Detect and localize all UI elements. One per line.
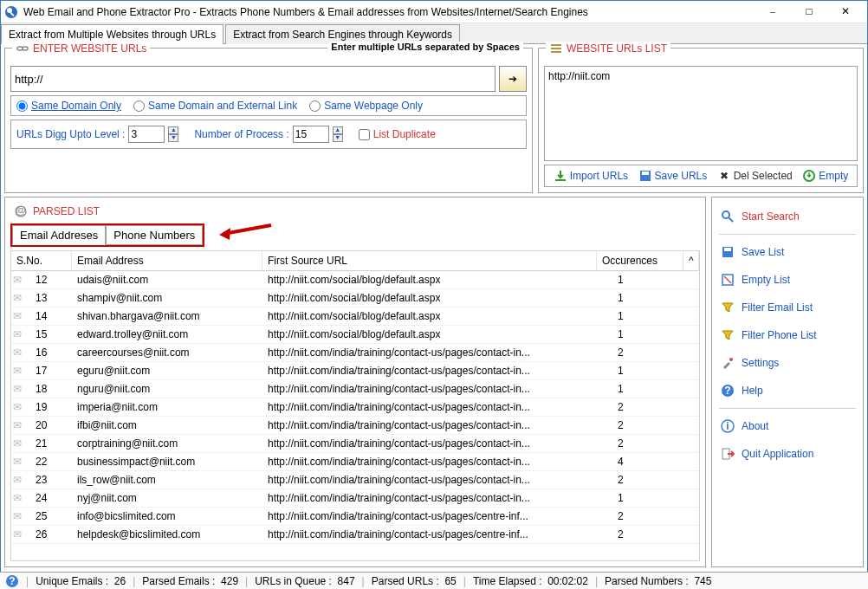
titlebar: Web Email and Phone Extractor Pro - Extr…	[1, 1, 867, 23]
cell-sno: 24	[30, 490, 72, 506]
table-header: S.No. Email Address First Source URL Occ…	[11, 251, 699, 271]
delete-icon: ✖	[717, 169, 731, 183]
mail-icon: ✉	[11, 290, 30, 306]
del-selected-button[interactable]: ✖Del Selected	[717, 169, 793, 183]
maximize-button[interactable]: □	[791, 1, 827, 23]
table-row[interactable]: ✉26helpdesk@bicslimited.comhttp://niit.c…	[11, 526, 699, 544]
url-input[interactable]	[10, 66, 496, 92]
cell-email: businessimpact@niit.com	[72, 454, 262, 469]
empty-button[interactable]: Empty	[802, 169, 848, 183]
table-row[interactable]: ✉21corptraining@niit.comhttp://niit.com/…	[11, 435, 699, 453]
digg-level-input[interactable]	[128, 126, 165, 143]
proc-spinner[interactable]: ▲▼	[333, 126, 343, 142]
cell-url: http://niit.com/india/training/contact-u…	[262, 363, 612, 379]
mail-icon: ✉	[11, 345, 30, 360]
table-row[interactable]: ✉14shivan.bhargava@niit.comhttp://niit.c…	[11, 307, 699, 326]
crawl-options: URLs Digg Upto Level : ▲▼ Number of Proc…	[10, 120, 527, 149]
status-help-icon[interactable]: ?	[5, 574, 19, 588]
svg-text:?: ?	[724, 385, 730, 397]
help-button[interactable]: ?Help	[719, 380, 856, 401]
close-button[interactable]: ✕	[827, 1, 864, 23]
table-body[interactable]: ✉12udais@niit.comhttp://niit.com/social/…	[11, 271, 699, 560]
cell-email: ils_row@niit.com	[72, 472, 262, 488]
results-table: S.No. Email Address First Source URL Occ…	[10, 250, 700, 561]
cell-email: shampiv@niit.com	[72, 290, 262, 306]
settings-button[interactable]: Settings	[719, 353, 856, 373]
start-search-button[interactable]: Start Search	[719, 206, 856, 227]
table-row[interactable]: ✉17eguru@niit.comhttp://niit.com/india/t…	[11, 362, 699, 380]
domain-options: Same Domain Only Same Domain and Externa…	[10, 95, 527, 116]
col-url[interactable]: First Source URL	[262, 251, 597, 270]
svg-rect-8	[555, 179, 566, 181]
cell-occurences: 1	[612, 327, 699, 342]
save-urls-button[interactable]: Save URLs	[638, 169, 708, 183]
table-row[interactable]: ✉12udais@niit.comhttp://niit.com/social/…	[11, 271, 699, 289]
cell-occurences: 2	[612, 399, 699, 415]
cell-email: corptraining@niit.com	[72, 436, 262, 451]
arrow-right-icon: ➔	[508, 73, 517, 85]
empty-icon	[802, 169, 816, 183]
cell-email: helpdesk@bicslimited.com	[72, 527, 262, 542]
digg-spinner[interactable]: ▲▼	[168, 126, 178, 142]
import-icon	[554, 169, 567, 183]
empty-list-button[interactable]: Empty List	[719, 269, 856, 290]
radio-same-domain[interactable]: Same Domain Only	[16, 100, 121, 112]
table-row[interactable]: ✉13shampiv@niit.comhttp://niit.com/socia…	[11, 289, 699, 307]
cell-occurences: 1	[612, 490, 699, 506]
mail-icon: ✉	[11, 454, 30, 469]
cell-email: eguru@niit.com	[72, 363, 262, 379]
urls-list-title: WEBSITE URLs LIST	[546, 42, 670, 55]
info-icon: i	[721, 419, 735, 433]
status-unique-emails: Unique Emails : 26	[36, 575, 126, 587]
minimize-button[interactable]: –	[755, 1, 791, 23]
filter-email-button[interactable]: Filter Email List	[719, 297, 856, 318]
save-icon	[638, 169, 652, 183]
table-row[interactable]: ✉20ifbi@niit.comhttp://niit.com/india/tr…	[11, 417, 699, 435]
url-list[interactable]: http://niit.com	[544, 66, 858, 161]
clear-icon	[721, 273, 735, 287]
table-row[interactable]: ✉18nguru@niit.comhttp://niit.com/india/t…	[11, 380, 699, 398]
separator	[719, 408, 856, 409]
svg-line-15	[729, 217, 733, 222]
save-list-button[interactable]: Save List	[719, 242, 856, 262]
table-row[interactable]: ✉15edward.trolley@niit.comhttp://niit.co…	[11, 326, 699, 344]
col-email[interactable]: Email Address	[72, 251, 262, 270]
import-urls-button[interactable]: Import URLs	[554, 169, 628, 183]
table-row[interactable]: ✉19imperia@niit.comhttp://niit.com/india…	[11, 398, 699, 417]
list-duplicate-checkbox[interactable]: List Duplicate	[359, 128, 436, 140]
table-row[interactable]: ✉25info@bicslimited.comhttp://niit.com/i…	[11, 508, 699, 526]
cell-sno: 19	[30, 399, 72, 415]
proc-label: Number of Process :	[194, 128, 288, 140]
cell-occurences: 2	[612, 345, 699, 360]
about-button[interactable]: iAbout	[719, 416, 856, 437]
process-input[interactable]	[293, 126, 329, 143]
radio-same-page[interactable]: Same Webpage Only	[309, 100, 423, 112]
parsed-title: @ PARSED LIST	[10, 203, 700, 223]
cell-occurences: 2	[612, 472, 699, 488]
quit-button[interactable]: Quit Application	[719, 443, 856, 464]
cell-email: careercourses@niit.com	[72, 345, 262, 360]
cell-email: udais@niit.com	[72, 272, 262, 288]
radio-external[interactable]: Same Domain and External Link	[133, 100, 297, 112]
go-button[interactable]: ➔	[499, 66, 527, 92]
exit-icon	[721, 447, 735, 461]
tab-phone-numbers[interactable]: Phone Numbers	[106, 225, 203, 245]
cell-occurences: 1	[612, 290, 699, 306]
cell-url: http://niit.com/social/blog/default.aspx	[262, 308, 612, 324]
cell-url: http://niit.com/india/training/contact-u…	[262, 454, 612, 469]
table-row[interactable]: ✉24nyj@niit.comhttp://niit.com/india/tra…	[11, 489, 699, 508]
col-sno[interactable]: S.No.	[11, 251, 72, 270]
col-occurences[interactable]: Occurences	[597, 251, 683, 270]
mail-icon: ✉	[11, 490, 30, 506]
mail-icon: ✉	[11, 327, 30, 342]
url-list-item[interactable]: http://niit.com	[548, 70, 853, 82]
table-row[interactable]: ✉23ils_row@niit.comhttp://niit.com/india…	[11, 471, 699, 489]
url-actions: Import URLs Save URLs ✖Del Selected Empt…	[544, 165, 858, 187]
tab-email-addresses[interactable]: Email Addreses	[12, 225, 106, 245]
table-row[interactable]: ✉22businessimpact@niit.comhttp://niit.co…	[11, 453, 699, 471]
svg-rect-10	[642, 172, 649, 175]
cell-occurences: 1	[612, 308, 699, 324]
table-row[interactable]: ✉16careercourses@niit.comhttp://niit.com…	[11, 344, 699, 362]
cell-sno: 15	[30, 327, 72, 342]
filter-phone-button[interactable]: Filter Phone List	[719, 325, 856, 346]
